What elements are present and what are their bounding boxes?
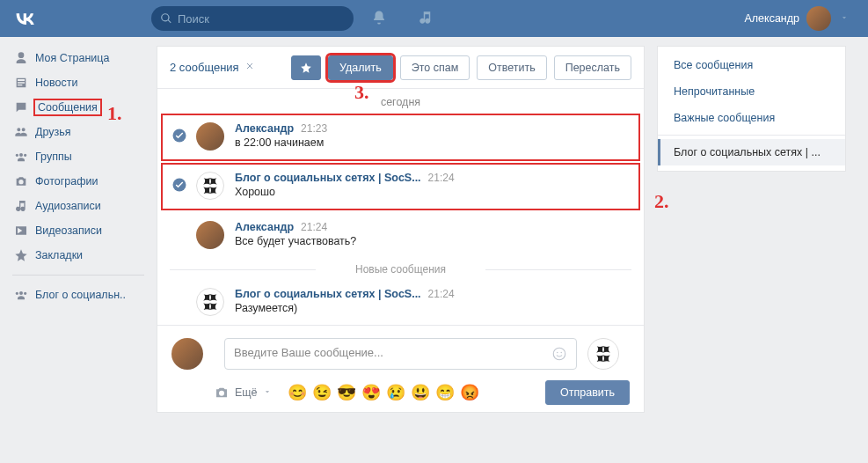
message-time: 21:24 xyxy=(301,221,327,233)
new-messages-separator: Новые сообщения xyxy=(157,258,644,281)
message-author[interactable]: Блог о социальных сетях | SocS... xyxy=(235,288,421,300)
attach-button[interactable]: Ещё xyxy=(214,385,272,401)
send-button[interactable]: Отправить xyxy=(545,380,630,405)
emoji[interactable]: 😊 xyxy=(288,383,307,402)
avatar[interactable] xyxy=(196,288,224,316)
search-input[interactable] xyxy=(178,12,345,26)
nav-label: Закладки xyxy=(35,249,83,261)
filter-active-chat[interactable]: Блог о социальных сетях | ... xyxy=(658,139,845,165)
avatar[interactable] xyxy=(196,122,224,151)
community-icon xyxy=(12,288,30,302)
message-row[interactable]: Александр21:23 в 22:00 начинаем xyxy=(163,115,638,159)
delete-button[interactable]: Удалить xyxy=(328,55,393,80)
filter-unread[interactable]: Непрочитанные xyxy=(658,78,845,105)
nav-audio[interactable]: Аудиозаписи xyxy=(12,194,144,218)
recipient-avatar[interactable] xyxy=(587,338,619,370)
own-avatar[interactable] xyxy=(171,338,203,370)
svg-point-2 xyxy=(553,348,565,360)
search-box[interactable] xyxy=(151,6,354,31)
nav-community-blog[interactable]: Блог о социальн.. xyxy=(12,283,144,307)
compose-input[interactable]: Введите Ваше сообщение... xyxy=(224,338,577,370)
news-icon xyxy=(12,76,30,90)
message-text: в 22:00 начинаем xyxy=(235,136,630,149)
filter-important[interactable]: Важные сообщения xyxy=(658,105,845,131)
friends-icon xyxy=(12,125,30,139)
selected-check-icon[interactable] xyxy=(171,128,187,143)
message-row[interactable]: Александр21:24 Все будет участвовать? xyxy=(157,214,644,258)
vk-logo[interactable] xyxy=(12,6,37,31)
emoji[interactable]: 😢 xyxy=(386,383,405,402)
message-time: 21:24 xyxy=(428,172,455,184)
emoji[interactable]: 😍 xyxy=(361,383,381,402)
nav-label: Группы xyxy=(35,151,72,163)
emoji[interactable]: 😁 xyxy=(435,383,455,402)
message-author[interactable]: Блог о социальных сетях | SocS... xyxy=(235,172,421,184)
message-text: Хорошо xyxy=(235,186,630,198)
selected-check-icon[interactable] xyxy=(171,177,187,193)
filter-all[interactable]: Все сообщения xyxy=(658,52,845,78)
message-row[interactable]: Блог о социальных сетях | SocS...21:24 Р… xyxy=(157,281,644,325)
compose-placeholder: Введите Ваше сообщение... xyxy=(234,346,383,359)
nav-label: Аудиозаписи xyxy=(35,200,101,212)
avatar[interactable] xyxy=(196,172,224,200)
music-icon[interactable] xyxy=(418,10,434,28)
nav-groups[interactable]: Группы xyxy=(12,144,144,169)
emoji[interactable]: 😡 xyxy=(460,383,479,402)
forward-button[interactable]: Переслать xyxy=(554,55,631,80)
nav-label: Друзья xyxy=(35,126,71,138)
message-author[interactable]: Александр xyxy=(235,122,294,135)
emoji[interactable]: 😉 xyxy=(312,383,332,402)
account-name: Александр xyxy=(744,12,799,25)
spam-button[interactable]: Это спам xyxy=(400,55,470,80)
svg-point-3 xyxy=(557,352,558,354)
nav-label: Видеозаписи xyxy=(35,224,102,237)
search-icon xyxy=(160,12,172,25)
message-time: 21:24 xyxy=(428,288,455,300)
emoji[interactable]: 😃 xyxy=(411,383,430,402)
selection-toolbar: 2 сообщения Удалить Это спам Ответить Пе… xyxy=(157,47,644,89)
messages-icon xyxy=(12,100,30,114)
video-icon xyxy=(12,224,30,238)
star-icon xyxy=(12,248,30,262)
emoji[interactable]: 😎 xyxy=(337,383,356,402)
camera-icon xyxy=(214,385,230,401)
reply-button[interactable]: Ответить xyxy=(477,55,546,80)
left-nav: Моя Страница Новости Сообщения Друзья Гр… xyxy=(12,46,144,413)
user-icon xyxy=(12,51,30,65)
nav-friends[interactable]: Друзья xyxy=(12,120,144,144)
nav-news[interactable]: Новости xyxy=(12,70,144,95)
nav-my-page[interactable]: Моя Страница xyxy=(12,46,144,70)
message-time: 21:23 xyxy=(301,122,327,135)
nav-label: Сообщения xyxy=(35,100,100,114)
message-text: Разумеется) xyxy=(235,302,630,314)
groups-icon xyxy=(12,150,30,164)
filters-panel: Все сообщения Непрочитанные Важные сообщ… xyxy=(657,46,846,172)
nav-video[interactable]: Видеозаписи xyxy=(12,218,144,243)
camera-icon xyxy=(12,174,30,188)
nav-bookmarks[interactable]: Закладки xyxy=(12,243,144,268)
notification-bell-icon[interactable] xyxy=(371,10,387,28)
nav-label: Новости xyxy=(35,77,77,89)
avatar xyxy=(806,6,831,31)
message-row[interactable]: Блог о социальных сетях | SocS...21:24 Х… xyxy=(163,165,638,209)
account-menu[interactable]: Александр xyxy=(744,6,856,31)
nav-messages[interactable]: Сообщения xyxy=(12,95,144,120)
check-placeholder[interactable] xyxy=(171,293,187,309)
svg-point-4 xyxy=(561,352,563,354)
compose-area: Введите Ваше сообщение... Ещё 😊 😉 😎 xyxy=(157,325,644,412)
selection-count: 2 сообщения xyxy=(170,61,239,74)
message-author[interactable]: Александр xyxy=(235,221,294,233)
emoji-picker-icon[interactable] xyxy=(551,346,567,364)
nav-label: Блог о социальн.. xyxy=(35,289,126,301)
attach-more-label: Ещё xyxy=(235,386,258,399)
chevron-down-icon xyxy=(840,12,849,25)
chevron-down-icon xyxy=(263,386,272,399)
nav-label: Фотографии xyxy=(35,175,98,187)
avatar[interactable] xyxy=(196,221,224,249)
check-placeholder[interactable] xyxy=(171,226,187,242)
messages-panel: 2 сообщения Удалить Это спам Ответить Пе… xyxy=(157,46,645,413)
nav-photos[interactable]: Фотографии xyxy=(12,169,144,194)
date-separator: сегодня xyxy=(157,89,644,114)
star-button[interactable] xyxy=(291,55,321,80)
clear-selection-icon[interactable] xyxy=(239,61,255,74)
